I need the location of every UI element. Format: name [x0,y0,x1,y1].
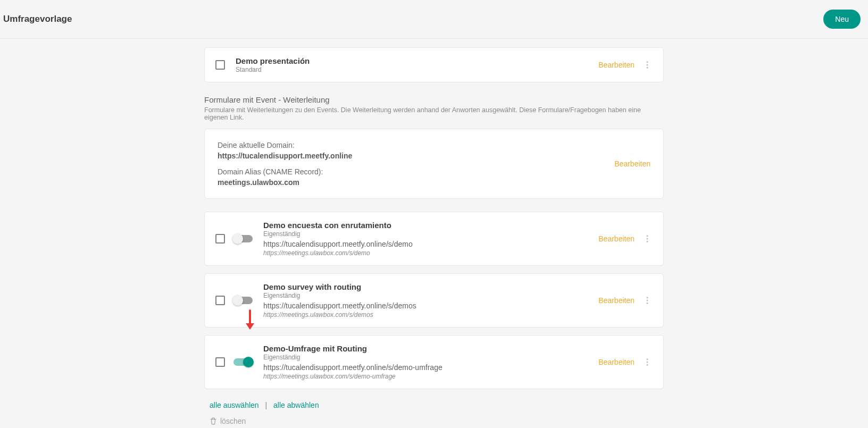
domain-card: Deine aktuelle Domain: https://tucalendi… [204,129,664,199]
checkbox-survey[interactable] [215,357,225,367]
survey-alias-url: https://meetings.ulawbox.com/s/demos [263,311,598,318]
page-title: Umfragevorlage [3,14,72,24]
current-domain-value: https://tucalendisupport.meetfy.online [218,152,352,160]
template-title: Demo presentación [236,56,598,65]
footer-actions: alle auswählen | alle abwählen [210,401,664,409]
delete-label: löschen [220,417,246,425]
survey-alias-url: https://meetings.ulawbox.com/s/demo-umfr… [263,373,598,380]
top-bar: Umfragevorlage Neu [0,0,868,39]
survey-url: https://tucalendisupport.meetfy.online/s… [263,363,598,372]
new-button[interactable]: Neu [823,10,861,29]
survey-title: Demo encuesta con enrutamiento [263,221,598,230]
checkbox-template[interactable] [215,60,225,70]
edit-domain-button[interactable]: Bearbeiten [614,160,650,168]
survey-card: Demo survey with routing Eigenständig ht… [204,273,664,328]
template-card: Demo presentación Standard Bearbeiten [204,47,664,82]
edit-survey-button[interactable]: Bearbeiten [598,234,635,243]
svg-point-12 [647,362,648,363]
survey-url: https://tucalendisupport.meetfy.online/s… [263,301,598,310]
checkbox-survey[interactable] [215,296,225,305]
delete-row[interactable]: löschen [210,417,664,425]
more-icon[interactable] [642,295,653,306]
separator: | [265,401,268,409]
survey-type: Eigenständig [263,230,598,238]
svg-point-2 [647,67,648,69]
survey-card: Demo encuesta con enrutamiento Eigenstän… [204,212,664,266]
survey-title: Demo-Umfrage mit Routing [263,344,598,353]
more-icon[interactable] [642,60,653,70]
svg-point-11 [647,358,648,360]
survey-card: Demo-Umfrage mit Routing Eigenständig ht… [204,335,664,389]
toggle-survey[interactable] [233,235,253,242]
edit-survey-button[interactable]: Bearbeiten [598,358,635,366]
edit-template-button[interactable]: Bearbeiten [598,61,635,69]
survey-alias-url: https://meetings.ulawbox.com/s/demo [263,249,598,257]
select-all-link[interactable]: alle auswählen [210,401,259,409]
svg-point-1 [647,64,648,66]
svg-point-0 [647,61,648,63]
template-subtitle: Standard [236,66,598,73]
svg-point-4 [647,238,648,240]
toggle-survey[interactable] [233,358,253,366]
trash-icon [210,417,217,425]
checkbox-survey[interactable] [215,234,225,244]
section-description: Formulare mit Weiterleitungen zu den Eve… [204,106,664,121]
survey-title: Demo survey with routing [263,282,598,291]
more-icon[interactable] [642,233,653,244]
alias-domain-label: Domain Alias (CNAME Record): [218,167,352,176]
svg-point-3 [647,235,648,237]
more-icon[interactable] [642,357,653,367]
svg-point-8 [647,303,648,304]
svg-point-13 [647,364,648,366]
survey-type: Eigenständig [263,292,598,299]
current-domain-label: Deine aktuelle Domain: [218,141,352,149]
svg-point-7 [647,300,648,301]
survey-url: https://tucalendisupport.meetfy.online/s… [263,240,598,248]
svg-point-6 [647,297,648,298]
alias-domain-value: meetings.ulawbox.com [218,178,352,187]
deselect-all-link[interactable]: alle abwählen [273,401,319,409]
section-header: Formulare mit Event - Weiterleitung Form… [204,95,664,121]
svg-point-5 [647,241,648,242]
section-title: Formulare mit Event - Weiterleitung [204,95,664,104]
survey-type: Eigenständig [263,354,598,361]
edit-survey-button[interactable]: Bearbeiten [598,296,635,305]
toggle-survey[interactable] [233,297,253,304]
